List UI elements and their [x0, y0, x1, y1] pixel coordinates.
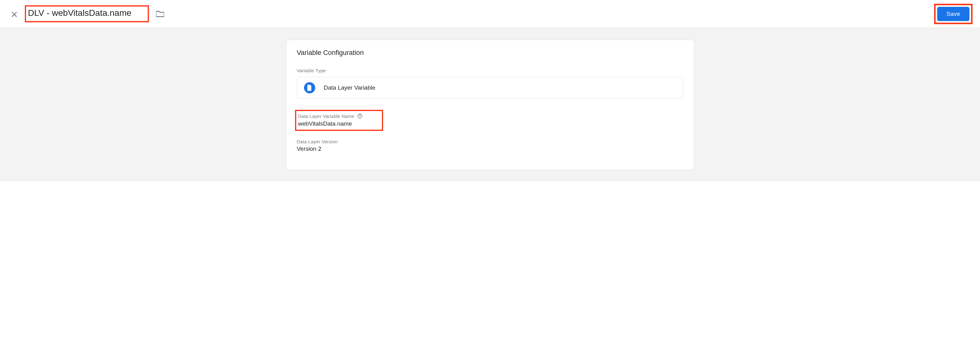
save-button[interactable]: Save — [937, 7, 969, 21]
close-icon — [10, 10, 18, 18]
folder-button[interactable] — [154, 8, 166, 20]
variable-type-selector[interactable]: Data Layer Variable — [297, 77, 683, 99]
dlv-version-field: Data Layer Version Version 2 — [297, 139, 683, 152]
data-layer-variable-icon — [304, 82, 315, 93]
page-body: Variable Configuration Variable Type Dat… — [0, 28, 980, 181]
dlv-name-value[interactable]: webVitalsData.name — [298, 120, 379, 127]
dlv-version-label: Data Layer Version — [297, 139, 338, 144]
variable-config-card: Variable Configuration Variable Type Dat… — [286, 40, 694, 170]
card-title: Variable Configuration — [297, 49, 683, 57]
close-button[interactable] — [8, 7, 21, 21]
save-button-highlight: Save — [934, 4, 972, 24]
svg-point-1 — [360, 117, 360, 118]
variable-name-highlight — [25, 5, 149, 22]
variable-name-input[interactable] — [28, 7, 146, 21]
folder-icon — [156, 11, 164, 17]
dlv-version-value[interactable]: Version 2 — [297, 145, 683, 152]
dlv-name-highlight: Data Layer Variable Name webVitalsData.n… — [295, 110, 383, 131]
dlv-name-label: Data Layer Variable Name — [298, 113, 355, 119]
app-bar: Save — [0, 0, 980, 28]
variable-type-label: Variable Type — [297, 68, 683, 73]
help-icon[interactable] — [357, 113, 363, 119]
variable-type-name: Data Layer Variable — [324, 84, 376, 91]
